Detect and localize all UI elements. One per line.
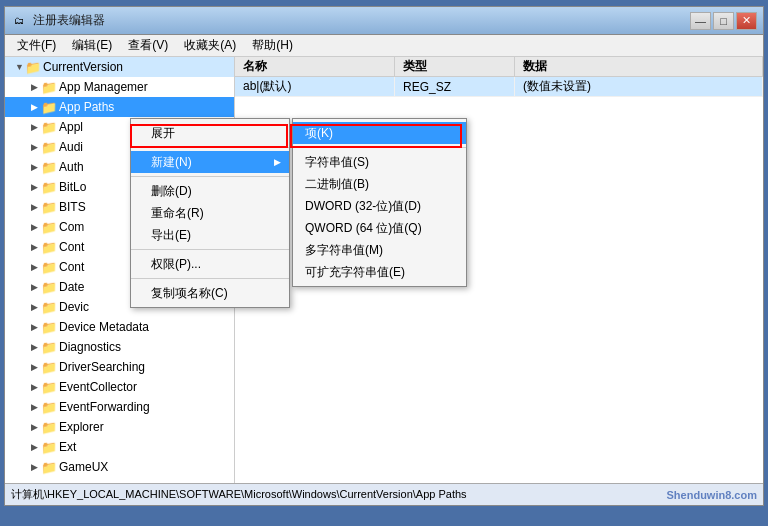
folder-icon: 📁 xyxy=(41,320,57,335)
sub-ctx-string[interactable]: 字符串值(S) xyxy=(293,151,466,173)
menu-file[interactable]: 文件(F) xyxy=(9,35,64,56)
tree-label: Devic xyxy=(59,300,89,314)
folder-icon: 📁 xyxy=(41,220,57,235)
tree-item-eventforwarding[interactable]: ▶ 📁 EventForwarding xyxy=(5,397,234,417)
sub-context-menu: 项(K) 字符串值(S) 二进制值(B) DWORD (32-位)值(D) QW… xyxy=(292,118,467,287)
ctx-delete-label: 删除(D) xyxy=(151,183,192,200)
sub-ctx-string-label: 字符串值(S) xyxy=(305,154,369,171)
sub-ctx-multistring[interactable]: 多字符串值(M) xyxy=(293,239,466,261)
tree-item-ext[interactable]: ▶ 📁 Ext xyxy=(5,437,234,457)
tree-label: Device Metadata xyxy=(59,320,149,334)
tree-item-appmanager[interactable]: ▶ 📁 App Managemer xyxy=(5,77,234,97)
tree-item-gameux[interactable]: ▶ 📁 GameUX xyxy=(5,457,234,477)
folder-icon: 📁 xyxy=(41,460,57,475)
tree-label: App Paths xyxy=(59,100,114,114)
tree-label: BITS xyxy=(59,200,86,214)
expand-arrow: ▶ xyxy=(31,202,41,212)
expand-arrow: ▶ xyxy=(31,342,41,352)
ctx-expand[interactable]: 展开 xyxy=(131,122,289,144)
menu-edit[interactable]: 编辑(E) xyxy=(64,35,120,56)
sub-ctx-qword[interactable]: QWORD (64 位)值(Q) xyxy=(293,217,466,239)
expand-arrow: ▶ xyxy=(31,402,41,412)
ctx-new-label: 新建(N) xyxy=(151,154,192,171)
expand-arrow: ▶ xyxy=(31,282,41,292)
menu-view[interactable]: 查看(V) xyxy=(120,35,176,56)
menu-help[interactable]: 帮助(H) xyxy=(244,35,301,56)
expand-arrow: ▶ xyxy=(31,442,41,452)
ctx-rename-label: 重命名(R) xyxy=(151,205,204,222)
tree-label: GameUX xyxy=(59,460,108,474)
folder-icon: 📁 xyxy=(41,420,57,435)
ctx-expand-label: 展开 xyxy=(151,125,175,142)
tree-label: Cont xyxy=(59,240,84,254)
sub-ctx-binary[interactable]: 二进制值(B) xyxy=(293,173,466,195)
sub-ctx-dword[interactable]: DWORD (32-位)值(D) xyxy=(293,195,466,217)
ctx-new[interactable]: 新建(N) ▶ xyxy=(131,151,289,173)
folder-icon: 📁 xyxy=(41,400,57,415)
tree-label: Audi xyxy=(59,140,83,154)
tree-label: EventCollector xyxy=(59,380,137,394)
minimize-button[interactable]: — xyxy=(690,12,711,30)
col-data: 数据 xyxy=(515,57,763,76)
menu-favorites[interactable]: 收藏夹(A) xyxy=(176,35,244,56)
app-icon: 🗂 xyxy=(11,13,27,29)
cell-data: (数值未设置) xyxy=(515,77,763,96)
close-button[interactable]: ✕ xyxy=(736,12,757,30)
ctx-export[interactable]: 导出(E) xyxy=(131,224,289,246)
folder-icon: 📁 xyxy=(25,60,41,75)
tree-label: EventForwarding xyxy=(59,400,150,414)
maximize-button[interactable]: □ xyxy=(713,12,734,30)
ctx-copy-label: 复制项名称(C) xyxy=(151,285,228,302)
folder-icon: 📁 xyxy=(41,160,57,175)
tree-item-device-metadata[interactable]: ▶ 📁 Device Metadata xyxy=(5,317,234,337)
tree-item-explorer[interactable]: ▶ 📁 Explorer xyxy=(5,417,234,437)
ctx-separator4 xyxy=(131,278,289,279)
folder-icon: 📁 xyxy=(41,140,57,155)
folder-icon: 📁 xyxy=(41,380,57,395)
col-name: 名称 xyxy=(235,57,395,76)
sub-ctx-expandable[interactable]: 可扩充字符串值(E) xyxy=(293,261,466,283)
sub-ctx-qword-label: QWORD (64 位)值(Q) xyxy=(305,220,422,237)
tree-item-apppaths[interactable]: ▶ 📁 App Paths xyxy=(5,97,234,117)
expand-arrow: ▶ xyxy=(31,422,41,432)
tree-label: BitLo xyxy=(59,180,86,194)
tree-label: Cont xyxy=(59,260,84,274)
tree-label: Auth xyxy=(59,160,84,174)
tree-label: App Managemer xyxy=(59,80,148,94)
sub-ctx-binary-label: 二进制值(B) xyxy=(305,176,369,193)
context-menu: 展开 新建(N) ▶ 删除(D) 重命名(R) 导出(E) 权限(P)... 复… xyxy=(130,118,290,308)
sub-ctx-key-label: 项(K) xyxy=(305,125,333,142)
ctx-rename[interactable]: 重命名(R) xyxy=(131,202,289,224)
expand-arrow: ▼ xyxy=(15,62,25,72)
title-bar: 🗂 注册表编辑器 — □ ✕ xyxy=(5,7,763,35)
table-row[interactable]: ab|(默认) REG_SZ (数值未设置) xyxy=(235,77,763,97)
ctx-permissions[interactable]: 权限(P)... xyxy=(131,253,289,275)
folder-icon: 📁 xyxy=(41,440,57,455)
status-path: 计算机\HKEY_LOCAL_MACHINE\SOFTWARE\Microsof… xyxy=(11,487,467,502)
expand-arrow: ▶ xyxy=(31,102,41,112)
tree-item-driversearching[interactable]: ▶ 📁 DriverSearching xyxy=(5,357,234,377)
ctx-delete[interactable]: 删除(D) xyxy=(131,180,289,202)
window-controls: — □ ✕ xyxy=(690,12,757,30)
tree-label: DriverSearching xyxy=(59,360,145,374)
tree-label: Diagnostics xyxy=(59,340,121,354)
tree-item-currentversion[interactable]: ▼ 📁 CurrentVersion xyxy=(5,57,234,77)
tree-label: Date xyxy=(59,280,84,294)
ctx-arrow-icon: ▶ xyxy=(274,157,281,167)
col-type: 类型 xyxy=(395,57,515,76)
expand-arrow: ▶ xyxy=(31,82,41,92)
tree-item-diagnostics[interactable]: ▶ 📁 Diagnostics xyxy=(5,337,234,357)
cell-name: ab|(默认) xyxy=(235,77,395,96)
folder-icon: 📁 xyxy=(41,200,57,215)
tree-label: Com xyxy=(59,220,84,234)
expand-arrow: ▶ xyxy=(31,122,41,132)
ctx-separator3 xyxy=(131,249,289,250)
ctx-copy-name[interactable]: 复制项名称(C) xyxy=(131,282,289,304)
tree-label: Ext xyxy=(59,440,76,454)
menu-bar: 文件(F) 编辑(E) 查看(V) 收藏夹(A) 帮助(H) xyxy=(5,35,763,57)
tree-label: CurrentVersion xyxy=(43,60,123,74)
folder-icon: 📁 xyxy=(41,260,57,275)
tree-item-eventcollector[interactable]: ▶ 📁 EventCollector xyxy=(5,377,234,397)
cell-type: REG_SZ xyxy=(395,77,515,96)
sub-ctx-key[interactable]: 项(K) xyxy=(293,122,466,144)
